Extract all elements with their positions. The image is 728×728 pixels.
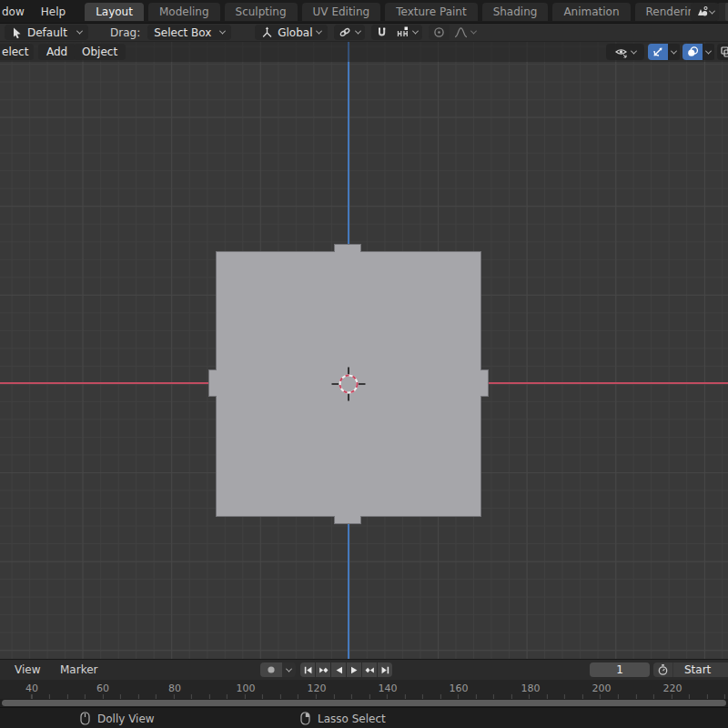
tool-settings-bar: Default Drag: Select Box Global [0,24,728,42]
auto-key-options-dropdown[interactable] [282,662,296,677]
chevron-down-icon [355,28,361,35]
orientation-global-icon [261,26,273,38]
magnet-icon [376,26,388,39]
auto-key-record-button[interactable] [260,662,282,677]
falloff-curve-icon [454,26,468,38]
chevron-down-icon [76,28,83,35]
tab-modeling[interactable]: Modeling [148,3,220,21]
play-button[interactable] [347,662,361,677]
tab-shading[interactable]: Shading [482,3,549,21]
proportional-editing-toggle[interactable] [429,25,450,40]
cube-face-tab-bottom [334,516,361,524]
timeline-editor: View Marker [0,659,728,707]
overlays-icon [686,46,699,58]
tab-texture-paint[interactable]: Texture Paint [385,3,477,21]
chevron-down-icon [219,28,226,35]
toggle-xray-icon [721,46,728,57]
chevron-down-icon [316,28,322,35]
menu-add[interactable]: Add [38,44,76,60]
chevron-down-icon [709,7,715,14]
timeline-menu-marker[interactable]: Marker [53,661,105,679]
menu-window-partial[interactable]: dow [0,3,33,21]
ruler-label: 200 [583,682,620,694]
snap-target-dropdown[interactable] [392,25,422,40]
menu-select-partial[interactable]: elect [0,44,34,60]
jump-to-end-icon [380,665,390,675]
frame-start-field[interactable]: Start 1 [653,662,728,677]
start-label: Start [684,663,711,676]
ruler-label: 80 [157,682,193,694]
transform-orientation-dropdown[interactable]: Global [255,25,328,40]
play-reverse-button[interactable] [331,662,346,677]
previous-keyframe-icon [318,665,329,675]
topbar: dow Help Layout Modeling Sculpting UV Ed… [0,0,728,24]
snap-increment-icon [397,26,410,38]
tool-preset-dropdown[interactable]: Default [5,25,88,40]
scene-selector[interactable] [691,3,719,21]
overlays-toggle[interactable] [682,44,703,60]
current-frame-field[interactable]: 1 [590,662,650,677]
ruler-label: 140 [369,682,406,694]
cube-face-tab-left [208,369,217,397]
cube-face-tab-right [480,369,489,397]
ruler-label: 220 [654,682,691,694]
object-visibility-dropdown[interactable] [606,44,644,60]
workspace-tabs: Layout Modeling Sculpting UV Editing Tex… [85,3,728,21]
ruler-label: 160 [440,682,477,694]
tweak-tool-icon [11,26,23,39]
drag-mode-dropdown[interactable]: Select Box [147,25,231,40]
cursor-3d-icon [330,366,367,402]
orientation-value: Global [278,26,312,39]
scene-icon [695,5,710,18]
timeline-header: View Marker [0,660,728,680]
jump-to-start-icon [303,665,313,675]
gizmos-toggle[interactable] [648,44,668,60]
show-overlays-dropdown[interactable] [682,44,715,60]
proportional-editing-icon [433,26,445,38]
jump-to-end-button[interactable] [378,662,392,677]
show-gizmo-dropdown[interactable] [648,44,681,60]
ruler-label: 60 [85,682,121,694]
auto-keying-group [260,662,296,677]
timeline-scrollbar[interactable] [2,700,726,706]
ruler-label: 120 [298,682,335,694]
ruler-label: 40 [14,682,50,694]
timeline-menu-view[interactable]: View [7,661,47,679]
proportional-edit-group [429,25,480,40]
falloff-dropdown[interactable] [450,25,480,40]
ruler-label: 180 [512,682,549,694]
tool-preset-value: Default [27,26,73,39]
menu-help[interactable]: Help [33,3,74,21]
jump-to-start-button[interactable] [300,662,315,677]
playback-controls [300,662,392,677]
status-bar: Dolly View Lasso Select [0,707,728,728]
chevron-down-icon [470,28,477,35]
gizmos-icon [652,46,664,58]
tab-animation[interactable]: Animation [552,3,630,21]
pivot-point-icon [339,26,351,38]
tab-uv-editing[interactable]: UV Editing [302,3,381,21]
drag-label: Drag: [110,26,140,39]
next-keyframe-button[interactable] [362,662,377,677]
viewport-header: elect Add Object [0,42,728,62]
menu-object[interactable]: Object [74,44,126,60]
viewport-3d[interactable]: elect Add Object [0,42,728,659]
play-icon [349,665,359,675]
next-keyframe-icon [365,665,375,675]
hint-label: Lasso Select [318,713,386,725]
chevron-down-icon [705,47,712,54]
record-dot-icon [267,665,276,674]
timeline-ruler[interactable]: 40 60 80 100 120 140 160 180 200 220 [0,680,728,699]
keymap-hint-dolly: Dolly View [80,708,155,728]
toggle-xray-button[interactable] [717,44,728,60]
snap-toggle-button[interactable] [371,25,392,40]
tab-layout[interactable]: Layout [85,3,144,21]
cube-face-tab-top [334,244,361,252]
previous-keyframe-button[interactable] [316,662,330,677]
drag-mode-value: Select Box [154,26,216,39]
pivot-point-dropdown[interactable] [334,25,365,40]
chevron-down-icon [671,47,677,54]
blender-window: dow Help Layout Modeling Sculpting UV Ed… [0,0,728,728]
mouse-middle-button-icon [80,712,90,725]
tab-sculpting[interactable]: Sculpting [225,3,298,21]
